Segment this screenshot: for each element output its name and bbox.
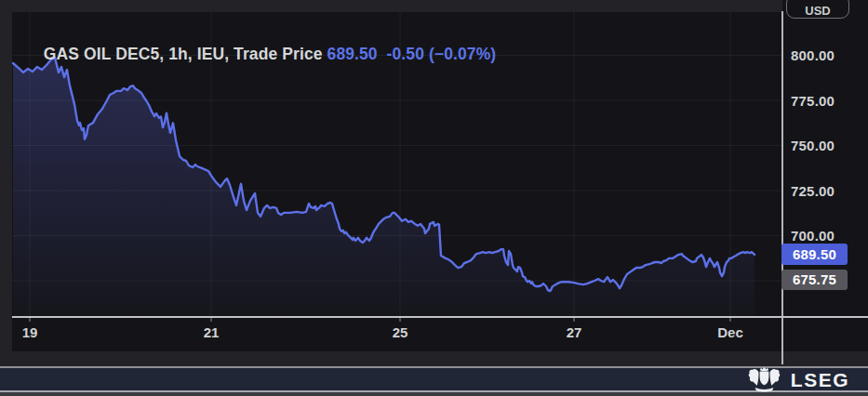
- price-tick-label: 725.00: [791, 183, 865, 199]
- price-tick-label: 800.00: [791, 47, 865, 63]
- time-tick-label: 25: [380, 324, 421, 340]
- time-tick-label: 19: [9, 324, 50, 340]
- trading-chart-widget: GAS OIL DEC5, 1h, IEU, Trade Price 689.5…: [0, 0, 868, 396]
- brand-wordmark: LSEG: [791, 366, 849, 393]
- currency-label: USD: [805, 4, 830, 18]
- chart-legend: GAS OIL DEC5, 1h, IEU, Trade Price 689.5…: [25, 25, 496, 84]
- price-area-fill: [13, 58, 754, 317]
- time-tick-label: 21: [191, 324, 232, 340]
- footer-bar: [0, 368, 868, 390]
- price-summary: 689.50 -0.50 (−0.07%): [327, 45, 497, 63]
- prev-settle-badge: 675.75: [781, 270, 848, 290]
- lseg-crest-icon: [747, 366, 781, 393]
- last-price-badge: 689.50: [781, 244, 848, 265]
- price-tick-label: 775.00: [791, 93, 865, 109]
- price-tick-label: 700.00: [791, 228, 865, 244]
- price-axis-separator: [781, 11, 783, 364]
- time-tick-label: Dec: [710, 324, 751, 340]
- currency-unit-button[interactable]: USD: [786, 0, 849, 19]
- footer-residual-strip: [0, 392, 868, 396]
- time-tick-label: 27: [554, 324, 594, 340]
- symbol-title: GAS OIL DEC5, 1h, IEU, Trade Price: [44, 45, 323, 63]
- lseg-brand: LSEG: [747, 364, 849, 394]
- time-axis-separator: [12, 316, 868, 318]
- price-tick-label: 750.00: [791, 138, 865, 153]
